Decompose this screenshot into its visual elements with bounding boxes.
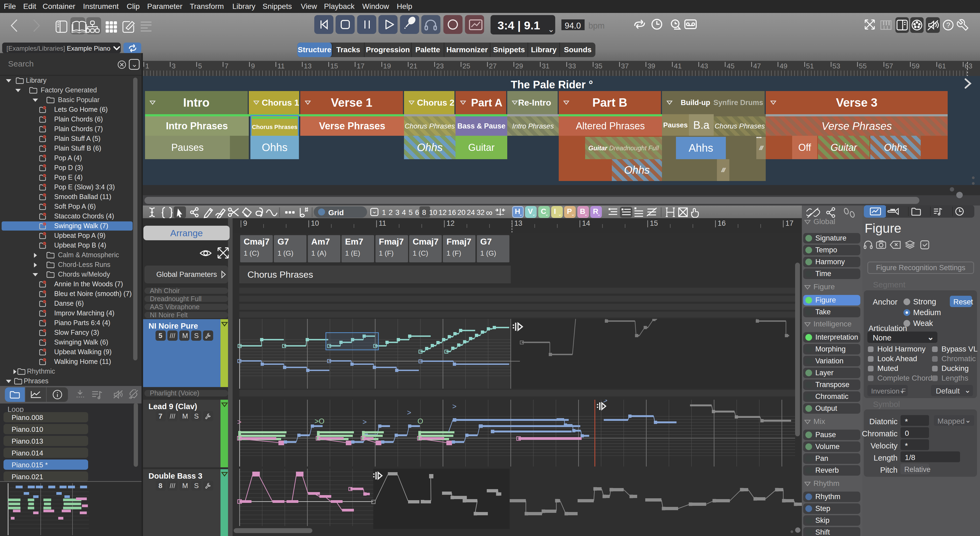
svg-text:>: >	[363, 418, 367, 426]
svg-text:>: >	[407, 409, 411, 417]
svg-text:>: >	[237, 418, 242, 426]
svg-text:>O: >O	[315, 417, 325, 425]
svg-text:O: O	[417, 417, 423, 425]
svg-text:>: >	[452, 403, 457, 411]
svg-text:?: ?	[946, 21, 950, 29]
